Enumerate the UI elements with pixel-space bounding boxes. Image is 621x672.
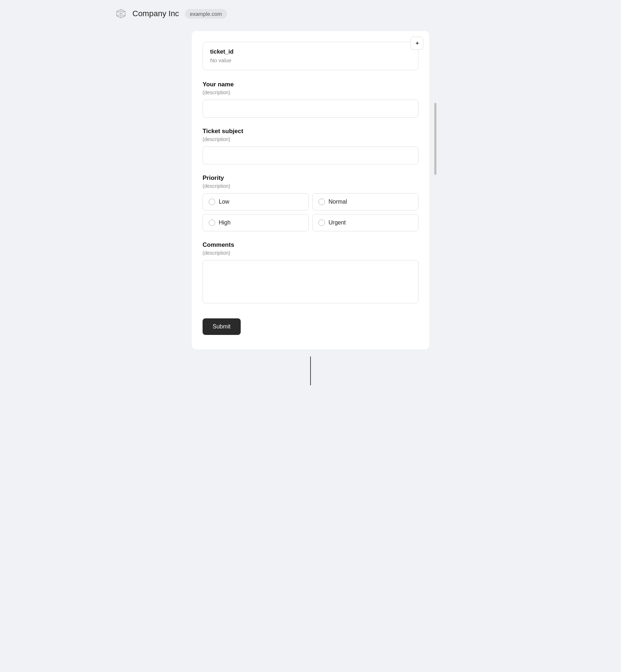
domain-badge: example.com (185, 9, 227, 19)
ticket-subject-input[interactable] (203, 146, 418, 164)
top-bar: Company Inc example.com (0, 0, 621, 27)
main-content: ✦ ticket_id No value Your name (descript… (0, 27, 621, 385)
your-name-description: (description) (203, 90, 418, 95)
radio-high (209, 219, 215, 226)
your-name-section: Your name (description) (203, 81, 418, 118)
ticket-subject-description: (description) (203, 136, 418, 142)
priority-normal-label: Normal (328, 199, 347, 205)
your-name-input[interactable] (203, 100, 418, 118)
radio-urgent (318, 219, 325, 226)
comments-input[interactable] (203, 260, 418, 303)
priority-option-urgent[interactable]: Urgent (312, 214, 418, 231)
comments-label: Comments (203, 241, 418, 249)
priority-low-label: Low (219, 199, 229, 205)
priority-high-label: High (219, 219, 231, 226)
wand-icon: ✦ (415, 40, 420, 47)
your-name-label: Your name (203, 81, 418, 88)
comments-description: (description) (203, 250, 418, 256)
priority-label: Priority (203, 174, 418, 182)
wand-button[interactable]: ✦ (411, 37, 423, 50)
submit-label: Submit (213, 323, 231, 330)
form-card: ✦ ticket_id No value Your name (descript… (192, 31, 429, 349)
priority-section: Priority (description) Low Normal High (203, 174, 418, 231)
priority-option-high[interactable]: High (203, 214, 309, 231)
radio-normal (318, 199, 325, 205)
ticket-id-box: ticket_id No value (203, 42, 418, 70)
ticket-subject-label: Ticket subject (203, 128, 418, 135)
ticket-subject-section: Ticket subject (description) (203, 128, 418, 164)
company-icon (115, 8, 127, 19)
priority-option-normal[interactable]: Normal (312, 193, 418, 210)
priority-urgent-label: Urgent (328, 219, 346, 226)
ticket-id-label: ticket_id (210, 49, 411, 55)
radio-low (209, 199, 215, 205)
ticket-id-value: No value (210, 57, 411, 63)
priority-description: (description) (203, 183, 418, 189)
priority-grid: Low Normal High Urgent (203, 193, 418, 231)
comments-section: Comments (description) (203, 241, 418, 305)
submit-button[interactable]: Submit (203, 318, 241, 335)
company-name: Company Inc (132, 9, 179, 18)
bottom-line (310, 357, 311, 385)
scrollbar[interactable] (434, 103, 436, 175)
bottom-line-container (310, 357, 311, 385)
priority-option-low[interactable]: Low (203, 193, 309, 210)
